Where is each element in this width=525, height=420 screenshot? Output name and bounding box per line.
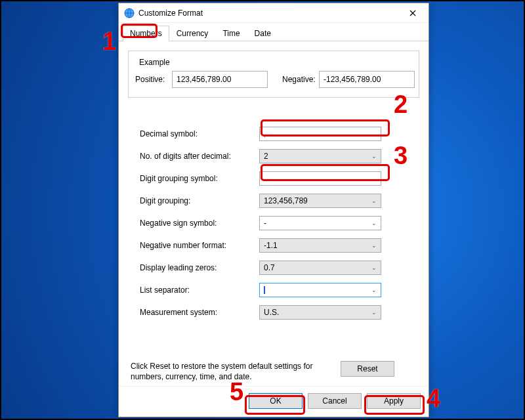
digit-grouping-label: Digit grouping:: [140, 196, 259, 205]
chevron-down-icon: ⌄: [371, 198, 377, 204]
neg-sign-combo[interactable]: - ⌄: [259, 216, 381, 230]
tab-time[interactable]: Time: [215, 26, 247, 41]
measurement-value: U.S.: [264, 308, 279, 317]
row-neg-sign: Negative sign symbol: - ⌄: [140, 216, 417, 230]
leading-zeros-value: 0.7: [264, 263, 275, 272]
reset-button[interactable]: Reset: [341, 361, 394, 377]
chevron-down-icon: ⌄: [371, 131, 377, 137]
row-leading-zeros: Display leading zeros: 0.7 ⌄: [140, 261, 417, 275]
digits-after-value: 2: [264, 152, 268, 161]
chevron-down-icon: ⌄: [371, 309, 377, 316]
grouping-symbol-label: Digit grouping symbol:: [140, 174, 259, 183]
tab-numbers[interactable]: Numbers: [123, 26, 169, 41]
tab-content-numbers: Example Positive: Negative: Decimal symb…: [119, 41, 429, 386]
positive-label: Positive:: [135, 75, 167, 84]
row-decimal-symbol: Decimal symbol: , ⌄: [140, 127, 417, 141]
example-group: Example Positive: Negative:: [128, 51, 419, 98]
positive-example: [172, 71, 268, 88]
neg-format-label: Negative number format:: [140, 241, 259, 250]
chevron-down-icon: ⌄: [371, 287, 377, 293]
chevron-down-icon: ⌄: [371, 242, 377, 249]
digits-after-combo[interactable]: 2 ⌄: [259, 149, 381, 163]
neg-format-combo[interactable]: -1.1 ⌄: [259, 238, 381, 253]
row-neg-format: Negative number format: -1.1 ⌄: [140, 238, 417, 253]
neg-format-value: -1.1: [264, 241, 278, 250]
row-grouping-symbol: Digit grouping symbol: . ⌄: [140, 171, 417, 186]
row-digits-after: No. of digits after decimal: 2 ⌄: [140, 149, 417, 163]
decimal-symbol-value: ,: [264, 129, 266, 138]
digit-grouping-combo[interactable]: 123,456,789 ⌄: [259, 194, 381, 208]
grouping-symbol-value: .: [264, 174, 266, 183]
apply-button[interactable]: Apply: [367, 393, 421, 409]
leading-zeros-combo[interactable]: 0.7 ⌄: [259, 261, 381, 275]
list-sep-combo[interactable]: ⌄: [259, 283, 381, 297]
tab-currency[interactable]: Currency: [169, 26, 216, 41]
neg-sign-label: Negative sign symbol:: [140, 219, 259, 228]
measurement-combo[interactable]: U.S. ⌄: [259, 305, 381, 320]
close-icon: [410, 10, 416, 16]
leading-zeros-label: Display leading zeros:: [140, 263, 259, 272]
neg-sign-value: -: [264, 219, 266, 228]
chevron-down-icon: ⌄: [371, 153, 377, 159]
reset-footer: Click Reset to restore the system defaul…: [128, 357, 419, 382]
settings-list: Decimal symbol: , ⌄ No. of digits after …: [128, 127, 419, 320]
tab-strip: Numbers Currency Time Date: [119, 23, 429, 41]
row-digit-grouping: Digit grouping: 123,456,789 ⌄: [140, 194, 417, 208]
ok-button[interactable]: OK: [249, 393, 303, 409]
globe-icon: [124, 8, 135, 18]
cancel-button[interactable]: Cancel: [308, 393, 362, 409]
titlebar: Customize Format: [119, 3, 429, 23]
reset-note: Click Reset to restore the system defaul…: [131, 361, 327, 382]
measurement-label: Measurement system:: [140, 308, 259, 317]
decimal-symbol-label: Decimal symbol:: [140, 129, 259, 138]
negative-label: Negative:: [282, 75, 314, 84]
desktop-background: Customize Format Numbers Currency Time D…: [0, 0, 525, 420]
digit-grouping-value: 123,456,789: [264, 196, 308, 205]
row-measurement: Measurement system: U.S. ⌄: [140, 305, 417, 320]
chevron-down-icon: ⌄: [371, 220, 377, 226]
dialog-buttons: OK Cancel Apply: [119, 386, 429, 417]
customize-format-dialog: Customize Format Numbers Currency Time D…: [118, 3, 429, 417]
annotation-number-1: 1: [102, 28, 116, 56]
grouping-symbol-combo[interactable]: . ⌄: [259, 171, 381, 186]
chevron-down-icon: ⌄: [371, 175, 377, 182]
close-button[interactable]: [398, 4, 427, 22]
decimal-symbol-combo[interactable]: , ⌄: [259, 127, 381, 141]
negative-example: [319, 71, 415, 88]
chevron-down-icon: ⌄: [371, 264, 377, 271]
row-list-separator: List separator: ⌄: [140, 283, 417, 297]
list-sep-label: List separator:: [140, 285, 259, 295]
window-title: Customize Format: [138, 9, 398, 18]
example-legend: Example: [136, 58, 173, 67]
digits-after-label: No. of digits after decimal:: [140, 152, 259, 161]
tab-date[interactable]: Date: [247, 26, 278, 41]
text-cursor: [264, 286, 265, 294]
